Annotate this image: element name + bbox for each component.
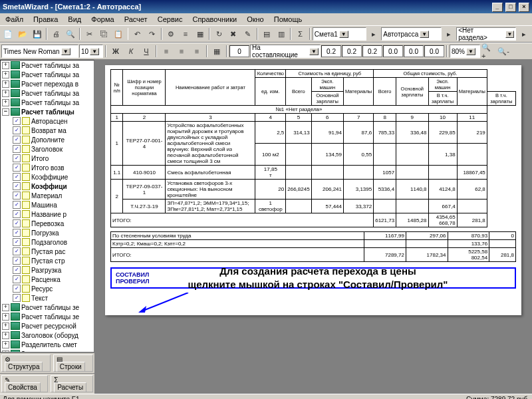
close-button[interactable]: × [519, 3, 529, 12]
tree-item[interactable]: ✓ Итого возв [1, 163, 94, 172]
coef-3[interactable] [362, 45, 382, 57]
tree-item[interactable]: ✓ Возврат ма [1, 126, 94, 135]
tree-item[interactable]: ✓ Ресурс [1, 284, 94, 293]
menu-form[interactable]: Форма [87, 14, 118, 25]
menu-file[interactable]: Файл [1, 14, 27, 25]
paste-icon[interactable]: 📋 [112, 27, 126, 41]
save-icon[interactable]: 💾 [30, 27, 44, 41]
coef-5[interactable] [404, 45, 424, 57]
tree-item[interactable]: ✓ Авторасцен [1, 116, 94, 126]
estimate-table[interactable]: № п/п Шифр и номер позиции норматива Наи… [110, 69, 516, 227]
copy-icon[interactable]: ⿻ [97, 27, 111, 41]
tree-node[interactable]: + Расчет таблицы за [1, 70, 94, 79]
sum-icon[interactable]: Σ [293, 27, 307, 41]
bold-icon[interactable]: Ж [108, 44, 123, 59]
go-icon[interactable]: ▸ [517, 27, 531, 41]
row2-icon[interactable]: ▥ [275, 27, 289, 41]
proveril-row[interactable]: ПРОВЕРИЛ [116, 278, 511, 285]
menu-refs[interactable]: Справочники [188, 14, 241, 25]
tree-node[interactable]: + Разделитель смет [1, 340, 94, 349]
tab-calcs[interactable]: Σ Расчеты [51, 375, 93, 392]
tree-node[interactable]: + Расчет таблицы за [1, 98, 94, 107]
preview-icon[interactable]: 🔍 [64, 27, 78, 41]
zoom-out-icon[interactable]: 🔍- [496, 44, 511, 59]
col-qty: Количество [255, 70, 286, 78]
print-icon[interactable]: 🖨 [49, 27, 63, 41]
tree-item[interactable]: ✓ Название р [1, 209, 94, 219]
coef-1[interactable] [321, 45, 341, 57]
font-combo[interactable]: Times New Roman▼ [1, 45, 78, 58]
row-icon[interactable]: ▤ [260, 27, 274, 41]
tree-panel[interactable]: + Расчет таблицы за+ Расчет таблицы за+ … [0, 60, 94, 352]
tree-item[interactable]: ✓ Разгрузка [1, 265, 94, 275]
coef-2[interactable] [342, 45, 362, 57]
border-icon[interactable]: ▦ [209, 44, 224, 59]
new-icon[interactable]: 📄 [1, 27, 15, 41]
align-left-icon[interactable]: ≡ [159, 44, 174, 59]
tree-node[interactable]: + Заголовок (оборуд [1, 331, 94, 340]
summary-table[interactable]: По стесненным условиям труда 1167,99 297… [110, 231, 516, 262]
tree-node[interactable]: + Расчет перехода в [1, 79, 94, 88]
coef-4[interactable] [383, 45, 403, 57]
align-right-icon[interactable]: ≡ [190, 44, 204, 59]
underline-icon[interactable]: Ч [139, 44, 154, 59]
tree-node[interactable]: + Расчет таблицы зе [1, 312, 94, 321]
tool-icon[interactable]: ⚙ [164, 27, 178, 41]
minimize-button[interactable]: _ [492, 3, 503, 12]
undo-icon[interactable]: ↶ [130, 27, 144, 41]
menu-calc[interactable]: Расчет [120, 14, 152, 25]
redo-icon[interactable]: ↷ [145, 27, 159, 41]
tree-item[interactable]: ✓ Коэффицие [1, 172, 94, 182]
tree-item[interactable]: ✓ Подзаголов [1, 237, 94, 247]
tab-structure[interactable]: ⚙ Структура [1, 354, 51, 372]
nav2-icon[interactable]: ▸ [442, 27, 456, 41]
coef-6[interactable] [424, 45, 444, 57]
edit-icon[interactable]: ✎ [241, 27, 255, 41]
sostavil-row[interactable]: СОСТАВИЛ [116, 271, 511, 278]
tree-item[interactable]: ✓ Дополните [1, 135, 94, 144]
tree-item[interactable]: ✓ Перевозка [1, 219, 94, 228]
tree-node-active[interactable]: − Расчет таблицы [1, 107, 94, 116]
nav-icon[interactable]: ▸ [367, 27, 381, 41]
tree-item[interactable]: ✓ Погрузка [1, 228, 94, 237]
tree-item[interactable]: ✓ Пустая стр [1, 256, 94, 265]
tree-item[interactable]: ✓ Машина [1, 200, 94, 209]
tree-item[interactable]: ✓ Пустая рас [1, 247, 94, 256]
maximize-button[interactable]: □ [505, 3, 516, 12]
menu-view[interactable]: Вид [64, 14, 85, 25]
smeta-combo[interactable]: Смета1▼ [313, 27, 366, 41]
tree-item[interactable]: ✓ Текст [1, 293, 94, 303]
obj-combo[interactable]: Автотрасса▼ [381, 27, 441, 41]
open-icon[interactable]: 📂 [16, 27, 30, 41]
zoom-in-icon[interactable]: 🔍+ [481, 44, 495, 59]
align-center-icon[interactable]: ≡ [174, 44, 189, 59]
menu-edit[interactable]: Правка [29, 14, 62, 25]
tree-node[interactable]: + Расчет ресурсной [1, 321, 94, 331]
sign-box[interactable]: СОСТАВИЛ ПРОВЕРИЛ [110, 267, 516, 289]
menu-window[interactable]: Окно [243, 14, 268, 25]
num-input-0[interactable] [229, 45, 249, 57]
tree-item[interactable]: ✓ Расценка [1, 275, 94, 284]
document-area[interactable]: № п/п Шифр и номер позиции норматива Наи… [94, 60, 532, 394]
tree-item[interactable]: ✓ Заголовок [1, 144, 94, 154]
size-combo[interactable]: 10▼ [79, 45, 103, 58]
cut-icon[interactable]: ✂ [82, 27, 96, 41]
delete-icon[interactable]: ✖ [227, 27, 241, 41]
tool3-icon[interactable]: ▦ [193, 27, 207, 41]
tree-node[interactable]: + Расчет таблицы за [1, 61, 94, 70]
menu-service[interactable]: Сервис [154, 14, 187, 25]
tab-props[interactable]: ✎ Свойства [1, 375, 48, 392]
section-combo[interactable]: <Нет раздела>▼ [456, 27, 516, 41]
menu-help[interactable]: Помощь [270, 14, 307, 25]
tree-item[interactable]: ✓ Итого [1, 154, 94, 163]
tool2-icon[interactable]: ≡ [178, 27, 192, 41]
tree-node[interactable]: + Расчет таблицы зе [1, 303, 94, 312]
tree-item[interactable]: ✓ Коэффици [1, 182, 94, 191]
refresh-icon[interactable]: ↻ [212, 27, 226, 41]
tab-rows[interactable]: ▤ Строки [53, 354, 93, 372]
tree-node[interactable]: + Расчет таблицы за [1, 88, 94, 98]
zoom-combo[interactable]: 80%▼ [450, 45, 480, 58]
tree-item[interactable]: ✓ Материал [1, 191, 94, 200]
mode-combo[interactable]: На составляющие▼ [250, 45, 321, 58]
italic-icon[interactable]: К [124, 44, 138, 59]
